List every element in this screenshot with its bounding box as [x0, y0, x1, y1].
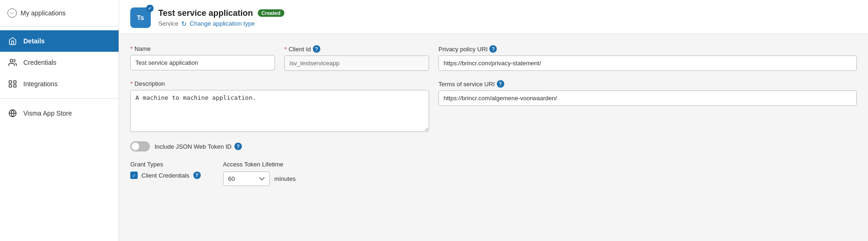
client-id-input[interactable] — [284, 55, 429, 71]
store-icon — [7, 108, 18, 118]
change-application-type-link[interactable]: Change application type — [190, 20, 255, 27]
sidebar-item-credentials[interactable]: Credentials — [0, 52, 119, 73]
sidebar-item-integrations[interactable]: Integrations — [0, 73, 119, 95]
form-group-client-id: * Client Id ? — [284, 45, 429, 71]
grant-types-title: Grant Types — [130, 161, 201, 168]
app-title: Test service application — [158, 8, 253, 18]
sidebar: ← My applications Details Crede — [0, 0, 119, 241]
svg-rect-3 — [14, 85, 16, 87]
access-token-select[interactable]: 60 — [223, 172, 270, 186]
name-required: * — [130, 45, 133, 52]
back-label: My applications — [21, 9, 66, 17]
form-group-privacy-policy: Privacy policy URI ? — [438, 45, 857, 71]
refresh-icon: ↻ — [181, 20, 187, 28]
status-badge: Created — [258, 9, 284, 17]
avatar-text: Ts — [137, 14, 144, 21]
privacy-policy-help-icon[interactable]: ? — [489, 45, 497, 53]
jwt-toggle-row: Include JSON Web Token ID ? — [130, 141, 857, 151]
app-header: Ts ✓ Test service application Created Se… — [119, 0, 868, 34]
app-title-row: Test service application Created — [158, 8, 284, 18]
app-type-label: Service — [158, 20, 178, 27]
client-credentials-checkbox[interactable]: ✓ — [130, 172, 138, 179]
terms-input[interactable] — [438, 90, 857, 106]
privacy-policy-input[interactable] — [438, 55, 857, 71]
check-badge-icon: ✓ — [146, 5, 154, 12]
terms-help-icon[interactable]: ? — [497, 80, 504, 88]
main-content: Ts ✓ Test service application Created Se… — [119, 0, 868, 241]
integrations-icon — [7, 79, 18, 89]
sidebar-item-details[interactable]: Details — [0, 30, 119, 52]
name-label: * Name — [130, 45, 275, 52]
client-credentials-help-icon[interactable]: ? — [193, 172, 201, 179]
sidebar-item-visma-app-store[interactable]: Visma App Store — [0, 103, 119, 124]
jwt-toggle[interactable] — [130, 141, 150, 151]
form-group-description: * Description A machine to machine appli… — [130, 80, 429, 132]
form-group-terms: Terms of service URI ? — [438, 80, 857, 132]
back-arrow-icon: ← — [7, 8, 17, 18]
name-input[interactable] — [130, 55, 275, 70]
svg-rect-4 — [9, 85, 12, 87]
grant-types-group: Grant Types ✓ Client Credentials ? — [130, 161, 201, 179]
change-type-label: Change application type — [190, 20, 255, 27]
sidebar-item-label-details: Details — [23, 37, 45, 45]
form-row-1: * Name * Client Id ? Privacy policy URI … — [130, 45, 857, 71]
client-id-label: * Client Id ? — [284, 45, 429, 53]
terms-label: Terms of service URI ? — [438, 80, 857, 88]
description-textarea[interactable]: A machine to machine application. — [130, 90, 429, 132]
client-id-help-icon[interactable]: ? — [313, 45, 320, 53]
sidebar-divider — [0, 98, 119, 99]
sidebar-nav: Details Credentials — [0, 27, 119, 128]
grant-section: Grant Types ✓ Client Credentials ? Acces… — [130, 161, 857, 186]
svg-rect-2 — [14, 81, 16, 83]
sidebar-item-label-integrations: Integrations — [23, 80, 57, 88]
sidebar-item-label-credentials: Credentials — [23, 59, 56, 66]
app-type-row: Service ↻ Change application type — [158, 20, 284, 28]
svg-point-0 — [10, 59, 13, 62]
client-credentials-row: ✓ Client Credentials ? — [130, 172, 201, 179]
form-group-name: * Name — [130, 45, 275, 71]
credentials-icon — [7, 57, 18, 68]
app-info: Test service application Created Service… — [158, 8, 284, 28]
svg-rect-1 — [9, 81, 12, 83]
jwt-toggle-label: Include JSON Web Token ID ? — [155, 143, 242, 150]
client-credentials-label: Client Credentials — [141, 172, 190, 179]
access-token-lifetime-group: Access Token Lifetime 60 minutes — [223, 161, 296, 186]
form-area: * Name * Client Id ? Privacy policy URI … — [119, 34, 868, 197]
description-label: * Description — [130, 80, 429, 87]
minutes-label: minutes — [275, 175, 296, 182]
access-token-label: Access Token Lifetime — [223, 161, 296, 168]
client-id-required: * — [284, 46, 287, 53]
back-link[interactable]: ← My applications — [0, 0, 119, 27]
jwt-help-icon[interactable]: ? — [234, 143, 242, 150]
sidebar-item-label-visma: Visma App Store — [23, 110, 72, 117]
description-required: * — [130, 80, 133, 87]
privacy-policy-label: Privacy policy URI ? — [438, 45, 857, 53]
form-row-2: * Description A machine to machine appli… — [130, 80, 857, 132]
app-avatar: Ts ✓ — [130, 7, 151, 28]
home-icon — [7, 36, 18, 46]
lifetime-row: 60 minutes — [223, 172, 296, 186]
